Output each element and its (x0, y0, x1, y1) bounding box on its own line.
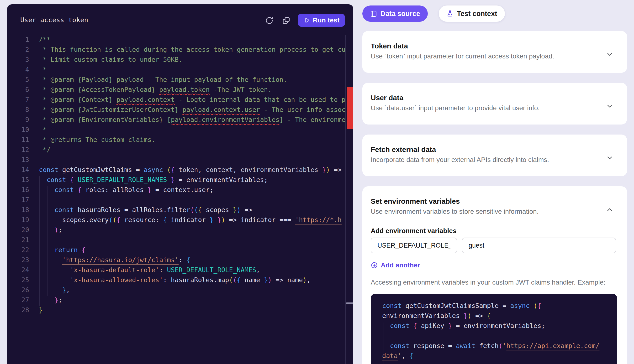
chevron-down-icon (606, 102, 613, 110)
horizontal-scrollbar-thumb[interactable] (346, 302, 353, 304)
expand-button[interactable] (606, 154, 613, 163)
card-description: Use `data.user` input parameter to provi… (371, 104, 598, 112)
add-another-button[interactable]: Add another (371, 262, 420, 269)
circle-plus-icon (371, 262, 378, 269)
play-icon (303, 17, 310, 24)
tab-test-context[interactable]: Test context (439, 6, 505, 22)
card-fetch-external-data[interactable]: Fetch external data Incorporate data fro… (362, 134, 627, 176)
collapse-button[interactable] (606, 206, 613, 214)
scrollbar-track (345, 35, 346, 364)
env-value-input[interactable] (462, 238, 616, 253)
env-example-note: Accessing environment variables in your … (371, 278, 619, 286)
card-token-data[interactable]: Token data Use `token` input parameter f… (362, 31, 627, 73)
copy-icon (282, 16, 291, 25)
card-description: Incorporate data from your external APIs… (371, 156, 598, 164)
chevron-up-icon (606, 206, 613, 214)
code-editor-panel: User access token Run test 1234567891011… (7, 4, 353, 364)
editor-title: User access token (20, 16, 88, 25)
code-area[interactable]: /** * This function is called during the… (7, 36, 345, 316)
sample-code-block: const getCustomJwtClaimsSample = async (… (371, 294, 617, 364)
refresh-icon (265, 16, 274, 25)
card-title: Fetch external data (371, 146, 598, 154)
chevron-down-icon (606, 154, 613, 162)
card-title: Set environment variables (371, 197, 619, 206)
run-test-button[interactable]: Run test (298, 14, 345, 27)
card-description: Use environment variables to store sensi… (371, 208, 619, 216)
flask-icon (446, 10, 453, 17)
refresh-button[interactable] (264, 15, 275, 26)
env-variable-row (371, 238, 619, 253)
indent-guide (39, 176, 40, 306)
run-test-label: Run test (313, 16, 340, 24)
error-overview-marker (347, 87, 353, 129)
indent-guide (384, 322, 384, 364)
card-title: User data (371, 94, 598, 102)
copy-button[interactable] (281, 15, 291, 26)
expand-button[interactable] (606, 50, 613, 59)
panel-tabs: Data source Test context (362, 6, 505, 22)
chevron-down-icon (606, 50, 613, 58)
card-user-data[interactable]: User data Use `data.user` input paramete… (362, 83, 627, 124)
card-title: Token data (371, 42, 598, 50)
tab-label: Data source (380, 10, 420, 18)
tab-data-source[interactable]: Data source (362, 6, 428, 22)
card-description: Use `token` input parameter for current … (371, 52, 598, 60)
indent-guide (48, 186, 48, 296)
env-key-input[interactable] (371, 238, 457, 253)
add-another-label: Add another (381, 262, 420, 269)
card-set-environment-variables: Set environment variables Use environmen… (362, 186, 627, 364)
data-source-icon (370, 10, 377, 17)
tab-label: Test context (457, 10, 497, 18)
expand-button[interactable] (606, 102, 613, 111)
add-env-variables-label: Add environment variables (371, 227, 619, 235)
